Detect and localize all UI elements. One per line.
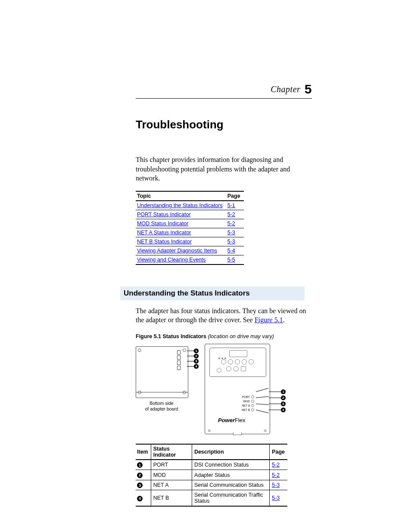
drive-led-labels: PORT MOD NET A NET B [242, 395, 254, 412]
topic-header: Topic [136, 191, 226, 201]
section-text-end: . [283, 316, 285, 324]
led-mod-label: MOD [243, 399, 250, 404]
ind-header-page: Page [270, 444, 287, 460]
figure-link[interactable]: Figure 5.1 [255, 316, 283, 324]
figure-note: (location on drive may vary) [208, 333, 274, 339]
section-paragraph: The adapter has four status indicators. … [136, 306, 312, 325]
desc-cell: DSI Connection Status [192, 460, 269, 470]
page-header: Page [226, 191, 244, 201]
board-caption-l1: Bottom side [149, 401, 173, 406]
table-row: 4 NET B Serial Communication Traffic Sta… [136, 490, 287, 507]
chapter-number: 5 [305, 82, 312, 96]
toc-link[interactable]: MOD Status Indicator [137, 221, 189, 227]
toc-link[interactable]: PORT Status Indicator [137, 212, 191, 218]
figure-row: 1 2 3 4 Bottom side of adapter board PO [136, 344, 312, 434]
page-container: Chapter 5 Troubleshooting This chapter p… [0, 0, 411, 532]
ind-cell: PORT [151, 460, 192, 470]
chapter-rule [136, 98, 312, 99]
toc-link[interactable]: Viewing Adapter Diagnostic Items [137, 248, 217, 254]
ind-page-link[interactable]: 5-2 [272, 462, 280, 468]
ind-cell: MOD [151, 470, 192, 480]
led-neta-label: NET A [242, 404, 250, 408]
indicator-table: Item Status Indicator Description Page 1… [136, 444, 287, 507]
board-callouts: 1 2 3 4 [187, 348, 199, 369]
desc-cell: Serial Communication Traffic Status [192, 490, 269, 507]
ind-header-indicator: Status Indicator [151, 444, 192, 460]
brand-light: Flex [235, 417, 246, 423]
toc-page-link[interactable]: 5-2 [227, 221, 235, 227]
intro-paragraph: This chapter provides information for di… [136, 155, 312, 183]
powerflex-logo: PowerFlex [218, 417, 246, 423]
chapter-label: Chapter [271, 84, 300, 94]
table-row: 1 PORT DSI Connection Status 5-2 [136, 460, 287, 470]
brand-bold: Power [218, 417, 235, 423]
adapter-board-group: 1 2 3 4 Bottom side of adapter board [136, 344, 188, 434]
table-row: 3 NET A Serial Communication Status 5-3 [136, 480, 287, 490]
section-heading: Understanding the Status Indicators [120, 286, 305, 300]
toc-link[interactable]: Viewing and Clearing Events [137, 257, 206, 263]
ind-page-link[interactable]: 5-2 [272, 472, 280, 478]
drive-front-icon: PORT MOD NET A NET B 1 2 3 4 PowerFlex ✲… [205, 344, 270, 434]
page-title: Troubleshooting [136, 118, 312, 131]
topic-table: Topic Page Understanding the Status Indi… [136, 191, 244, 265]
toc-page-link[interactable]: 5-2 [227, 212, 235, 218]
led-port-label: PORT [242, 395, 250, 399]
desc-cell: Serial Communication Status [192, 480, 269, 490]
toc-page-link[interactable]: 5-3 [227, 230, 235, 236]
ind-page-link[interactable]: 5-3 [272, 482, 280, 488]
ind-cell: NET B [151, 490, 192, 507]
item-bubble-icon: 1 [137, 462, 143, 468]
toc-page-link[interactable]: 5-1 [227, 202, 235, 208]
desc-cell: Adapter Status [192, 470, 269, 480]
toc-link[interactable]: NET B Status Indicator [137, 239, 192, 245]
item-bubble-icon: 2 [137, 473, 143, 478]
chapter-heading: Chapter 5 [136, 82, 312, 96]
toc-page-link[interactable]: 5-3 [227, 239, 235, 245]
figure-caption: Figure 5.1 Status Indicators (location o… [136, 333, 312, 339]
ind-header-desc: Description [192, 444, 269, 460]
table-row: 2 MOD Adapter Status 5-2 [136, 470, 287, 480]
figure-label: Figure 5.1 Status Indicators [136, 333, 208, 339]
drive-callouts: 1 2 3 4 [269, 389, 286, 413]
toc-page-link[interactable]: 5-5 [227, 257, 235, 263]
adapter-board-icon: 1 2 3 4 [136, 346, 188, 398]
item-bubble-icon: 3 [137, 482, 143, 488]
toc-link[interactable]: Understanding the Status Indicators [137, 202, 223, 208]
board-caption: Bottom side of adapter board [136, 401, 187, 411]
toc-link[interactable]: NET A Status Indicator [137, 230, 191, 236]
board-caption-l2: of adapter board [145, 406, 178, 411]
led-netb-label: NET B [242, 408, 250, 412]
item-bubble-icon: 4 [137, 496, 143, 501]
ind-header-item: Item [136, 444, 151, 460]
toc-page-link[interactable]: 5-4 [227, 248, 235, 254]
ind-page-link[interactable]: 5-3 [272, 495, 280, 501]
ind-cell: NET A [151, 480, 192, 490]
